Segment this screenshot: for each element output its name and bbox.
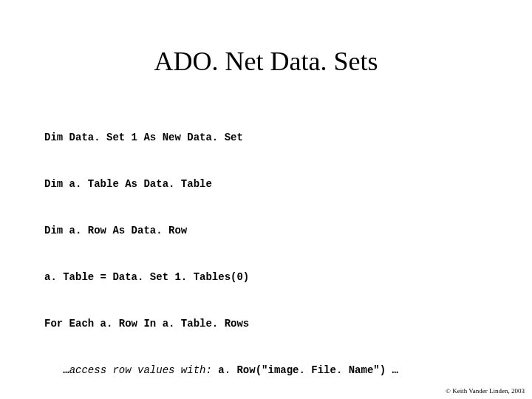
- code-line-3: Dim a. Row As Data. Row: [44, 223, 502, 239]
- code-line-5: For Each a. Row In a. Table. Rows: [44, 316, 502, 332]
- code-line-1: Dim Data. Set 1 As New Data. Set: [44, 130, 502, 146]
- code-l6-italic: access row values with:: [69, 364, 219, 376]
- copyright: © Keith Vander Linden, 2003: [446, 387, 525, 395]
- slide: ADO. Net Data. Sets Dim Data. Set 1 As N…: [0, 0, 532, 399]
- code-l6-suffix: a. Row("image. File. Name") …: [218, 364, 398, 376]
- code-line-6: …access row values with: a. Row("image. …: [44, 363, 502, 378]
- page-title: ADO. Net Data. Sets: [0, 0, 532, 99]
- code-line-2: Dim a. Table As Data. Table: [44, 177, 502, 192]
- code-line-4: a. Table = Data. Set 1. Tables(0): [44, 270, 502, 285]
- code-block: Dim Data. Set 1 As New Data. Set Dim a. …: [0, 99, 532, 399]
- code-l6-prefix: …: [44, 364, 69, 376]
